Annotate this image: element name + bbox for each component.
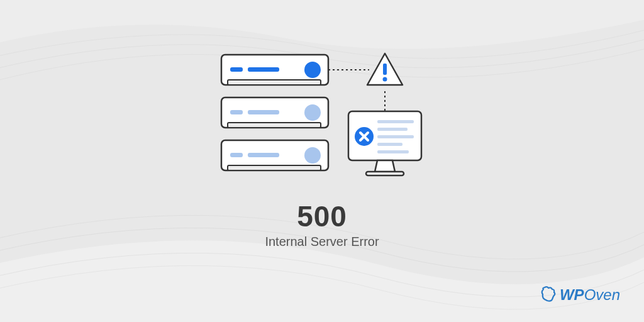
warning-triangle-icon	[367, 53, 402, 85]
svg-rect-1	[228, 80, 321, 85]
svg-rect-23	[377, 143, 402, 146]
error-message: Internal Server Error	[265, 235, 379, 249]
svg-point-4	[304, 62, 321, 78]
svg-rect-15	[383, 64, 387, 75]
brand-name: WPOven	[560, 286, 620, 304]
main-content: 500 Internal Server Error	[0, 0, 644, 322]
svg-rect-20	[377, 120, 414, 123]
server-stack-icon	[221, 55, 328, 170]
svg-rect-18	[366, 172, 404, 175]
svg-rect-7	[230, 110, 243, 114]
svg-rect-12	[230, 153, 243, 157]
svg-rect-13	[248, 153, 279, 157]
svg-point-9	[304, 104, 321, 121]
svg-rect-22	[377, 135, 414, 138]
server-error-illustration	[215, 48, 429, 187]
oven-mitt-icon	[538, 286, 557, 304]
error-code: 500	[297, 199, 347, 233]
svg-rect-6	[228, 123, 321, 128]
svg-point-16	[383, 77, 387, 81]
svg-rect-2	[230, 67, 243, 72]
brand-logo: WPOven	[538, 286, 620, 304]
svg-rect-24	[377, 150, 409, 153]
monitor-icon	[348, 111, 421, 175]
svg-point-14	[304, 147, 321, 164]
svg-rect-21	[377, 128, 408, 131]
svg-rect-8	[248, 110, 279, 114]
svg-rect-3	[248, 67, 279, 72]
svg-rect-11	[228, 165, 321, 170]
